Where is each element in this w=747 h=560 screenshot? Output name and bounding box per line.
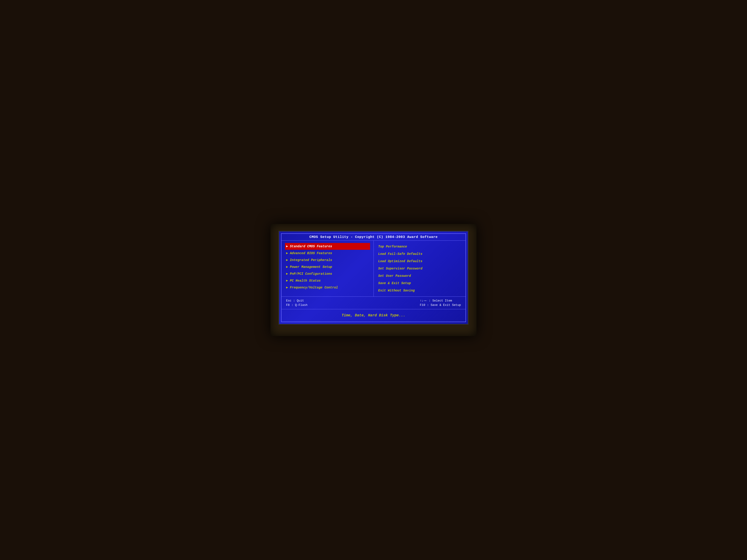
esc-key-label: Esc : <box>286 299 297 302</box>
menu-item-label: Top Performance <box>378 245 407 248</box>
f8-key-desc: Q-Flash <box>295 303 308 307</box>
menu-item-label: PnP/PCI Configurations <box>290 272 332 276</box>
menu-item-exit-without-saving[interactable]: Exit Without Saving <box>377 287 462 294</box>
menu-item-label: Set Supervisor Password <box>378 267 422 270</box>
menu-item-label: Advanced BIOS Features <box>290 251 332 255</box>
menu-item-label: Set User Password <box>378 274 411 278</box>
arrow-icon: ► <box>286 251 288 255</box>
status-esc: Esc : Quit <box>286 299 308 302</box>
main-content: ► Standard CMOS Features ► Advanced BIOS… <box>282 241 465 297</box>
status-arrows: ↑↓→← : Select Item <box>420 299 461 302</box>
menu-item-label: Save & Exit Setup <box>378 282 411 285</box>
f10-key-label: F10 : <box>420 303 431 307</box>
menu-item-label: Integrated Peripherals <box>290 258 332 262</box>
title-bar: CMOS Setup Utility - Copyright (C) 1984-… <box>282 234 465 241</box>
menu-item-power-management[interactable]: ► Power Management Setup <box>285 264 370 270</box>
arrow-icon: ► <box>286 258 288 262</box>
f8-key-label: F8 : <box>286 303 295 307</box>
menu-item-pnp-pci[interactable]: ► PnP/PCI Configurations <box>285 270 370 277</box>
esc-key-desc: Quit <box>297 299 304 302</box>
f10-key-desc: Save & Exit Setup <box>431 303 461 307</box>
menu-item-load-failsafe[interactable]: Load Fail-Safe Defaults <box>377 250 462 258</box>
description-text: Time, Date, Hard Disk Type... <box>342 313 405 318</box>
arrow-icon: ► <box>286 272 288 276</box>
description-bar: Time, Date, Hard Disk Type... <box>282 309 465 322</box>
title-text: CMOS Setup Utility - Copyright (C) 1984-… <box>309 235 438 239</box>
status-f10: F10 : Save & Exit Setup <box>420 303 461 307</box>
arrow-icon: ► <box>286 279 288 283</box>
menu-item-set-user-password[interactable]: Set User Password <box>377 272 462 279</box>
screen-inner: CMOS Setup Utility - Copyright (C) 1984-… <box>281 233 466 322</box>
arrows-key-label: ↑↓→← : <box>420 299 433 302</box>
menu-item-label: Standard CMOS Features <box>290 244 332 248</box>
arrow-icon: ► <box>286 265 288 269</box>
menu-item-top-performance[interactable]: Top Performance <box>377 243 462 250</box>
menu-item-load-optimized[interactable]: Load Optimized Defaults <box>377 258 462 265</box>
menu-item-label: Power Management Setup <box>290 265 332 269</box>
monitor-frame: CMOS Setup Utility - Copyright (C) 1984-… <box>271 224 476 336</box>
right-panel: Top Performance Load Fail-Safe Defaults … <box>374 241 466 296</box>
menu-item-pc-health[interactable]: ► PC Health Status <box>285 277 370 284</box>
menu-item-label: Frequency/Voltage Control <box>290 286 338 289</box>
menu-item-integrated-peripherals[interactable]: ► Integrated Peripherals <box>285 257 370 264</box>
menu-item-label: Load Fail-Safe Defaults <box>378 252 422 256</box>
bios-screen: CMOS Setup Utility - Copyright (C) 1984-… <box>279 231 468 325</box>
menu-item-advanced-bios[interactable]: ► Advanced BIOS Features <box>285 250 370 257</box>
menu-item-label: PC Health Status <box>290 279 320 283</box>
menu-item-standard-cmos[interactable]: ► Standard CMOS Features <box>285 243 370 250</box>
status-bar: Esc : Quit F8 : Q-Flash ↑↓→← : Select It… <box>282 297 465 309</box>
arrows-key-desc: Select Item <box>432 299 452 302</box>
status-right: ↑↓→← : Select Item F10 : Save & Exit Set… <box>420 299 461 307</box>
arrow-icon: ► <box>286 286 288 289</box>
menu-item-frequency-voltage[interactable]: ► Frequency/Voltage Control <box>285 284 370 291</box>
status-left: Esc : Quit F8 : Q-Flash <box>286 299 308 307</box>
menu-item-label: Exit Without Saving <box>378 289 415 292</box>
menu-item-save-exit[interactable]: Save & Exit Setup <box>377 279 462 287</box>
menu-item-label: Load Optimized Defaults <box>378 260 422 263</box>
arrow-icon: ► <box>286 244 288 248</box>
menu-item-set-supervisor-password[interactable]: Set Supervisor Password <box>377 265 462 272</box>
status-f8: F8 : Q-Flash <box>286 303 308 307</box>
left-panel: ► Standard CMOS Features ► Advanced BIOS… <box>282 241 374 296</box>
